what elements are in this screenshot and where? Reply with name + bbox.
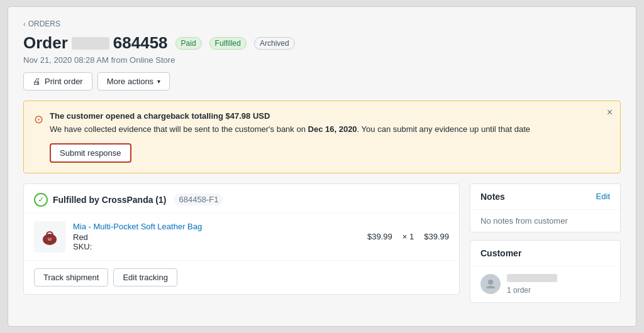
fulfilled-badge: Fulfilled: [209, 37, 247, 50]
notes-content: No notes from customer: [470, 210, 620, 232]
order-number-blur: [72, 37, 109, 50]
paid-badge: Paid: [175, 37, 202, 50]
product-name-link[interactable]: Mia - Multi-Pocket Soft Leather Bag: [73, 222, 360, 231]
product-total: $39.99: [424, 232, 449, 241]
notes-edit-button[interactable]: Edit: [596, 192, 610, 201]
dropdown-arrow-icon: ▾: [157, 78, 160, 85]
customer-header: Customer: [470, 241, 620, 266]
order-header: Order 684458 Paid Fulfilled Archived: [23, 33, 621, 53]
fulfillment-footer: Track shipment Edit tracking: [24, 260, 459, 294]
customer-info: 1 order: [470, 266, 620, 302]
fulfillment-id: 684458-F1: [174, 194, 223, 205]
chargeback-date: Dec 16, 2020: [308, 124, 357, 134]
product-variant: Red: [73, 232, 360, 242]
back-chevron-icon: ‹: [23, 20, 26, 28]
sku-label: SKU:: [73, 242, 92, 251]
chargeback-close-button[interactable]: ×: [607, 107, 613, 117]
product-image: [34, 221, 65, 253]
edit-tracking-button[interactable]: Edit tracking: [113, 268, 177, 287]
product-image-svg: [38, 226, 61, 248]
action-buttons: 🖨 Print order More actions ▾: [23, 72, 621, 90]
print-order-label: Print order: [45, 77, 83, 86]
order-label: Order: [23, 33, 68, 53]
orders-breadcrumb-link[interactable]: ORDERS: [28, 19, 60, 28]
printer-icon: 🖨: [33, 77, 41, 86]
warning-icon: ⊙: [34, 112, 43, 163]
product-quantity: × 1: [402, 232, 414, 241]
submit-response-button[interactable]: Submit response: [50, 143, 131, 163]
chargeback-desc-before: We have collected evidence that will be …: [50, 124, 308, 134]
customer-card: Customer 1 order: [470, 240, 621, 303]
fulfillment-card: ✓ Fulfilled by CrossPanda (1) 684458-F1: [23, 183, 460, 295]
chargeback-banner: × ⊙ The customer opened a chargeback tot…: [23, 101, 621, 173]
product-sku: SKU:: [73, 242, 360, 251]
customer-orders-count: 1 order: [507, 286, 610, 295]
more-actions-label: More actions: [107, 77, 153, 86]
archived-badge: Archived: [254, 37, 295, 50]
print-order-button[interactable]: 🖨 Print order: [23, 72, 92, 90]
fulfillment-check-icon: ✓: [34, 193, 48, 207]
chargeback-desc: We have collected evidence that will be …: [50, 123, 610, 136]
customer-details: 1 order: [507, 274, 610, 295]
breadcrumb: ‹ ORDERS: [23, 19, 621, 28]
main-content: ✓ Fulfilled by CrossPanda (1) 684458-F1: [23, 183, 621, 310]
left-panel: ✓ Fulfilled by CrossPanda (1) 684458-F1: [23, 183, 460, 310]
track-shipment-button[interactable]: Track shipment: [34, 268, 108, 287]
product-row: Mia - Multi-Pocket Soft Leather Bag Red …: [24, 214, 459, 260]
fulfillment-title: Fulfilled by CrossPanda (1): [53, 195, 166, 205]
order-meta: Nov 21, 2020 08:28 AM from Online Store: [23, 55, 621, 65]
avatar: [480, 274, 501, 294]
chargeback-desc-after: . You can submit any evidence up until t…: [357, 124, 530, 134]
notes-title: Notes: [480, 192, 505, 202]
svg-point-3: [488, 280, 493, 285]
order-number: 684458: [113, 33, 168, 53]
chargeback-title: The customer opened a chargeback totalli…: [50, 111, 610, 121]
customer-name-blur: [507, 274, 557, 282]
notes-card: Notes Edit No notes from customer: [470, 183, 621, 232]
product-info: Mia - Multi-Pocket Soft Leather Bag Red …: [73, 222, 360, 251]
chargeback-content: The customer opened a chargeback totalli…: [50, 111, 610, 163]
order-page: ‹ ORDERS Order 684458 Paid Fulfilled Arc…: [8, 6, 636, 327]
right-panel: Notes Edit No notes from customer Custom…: [470, 183, 621, 310]
more-actions-button[interactable]: More actions ▾: [97, 72, 170, 90]
product-price: $39.99: [367, 232, 392, 241]
order-title: Order 684458: [23, 33, 168, 53]
fulfillment-header: ✓ Fulfilled by CrossPanda (1) 684458-F1: [24, 184, 459, 214]
notes-header: Notes Edit: [470, 184, 620, 210]
product-price-info: $39.99 × 1 $39.99: [367, 232, 449, 241]
